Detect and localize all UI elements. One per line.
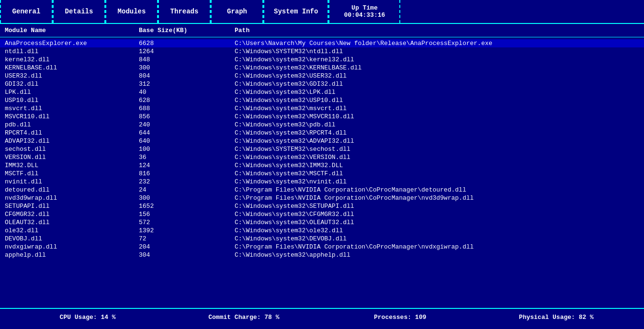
module-path: C:\Windows\system32\pdb.dll xyxy=(235,121,639,128)
uptime-display: Up Time00:04:33:16 xyxy=(328,0,400,23)
module-name: ole32.dll xyxy=(5,227,139,234)
module-path: C:\Windows\system32\LPK.dll xyxy=(235,89,639,96)
module-path: C:\Windows\system32\apphelp.dll xyxy=(235,251,639,259)
module-size: 848 xyxy=(139,56,235,63)
column-headers: Module Name Base Size(KB) Path xyxy=(0,24,644,37)
module-size: 300 xyxy=(139,194,235,202)
table-row[interactable]: VERSION.dll36C:\Windows\system32\VERSION… xyxy=(0,153,644,161)
module-name: USER32.dll xyxy=(5,72,139,79)
table-row[interactable]: pdb.dll240C:\Windows\system32\pdb.dll xyxy=(0,121,644,129)
module-size: 100 xyxy=(139,146,235,153)
module-name: SETUPAPI.dll xyxy=(5,203,139,210)
module-name: nvdxgiwrap.dll xyxy=(5,243,139,250)
module-name: ntdll.dll xyxy=(5,48,139,55)
table-row[interactable]: msvcrt.dll688C:\Windows\system32\msvcrt.… xyxy=(0,104,644,113)
module-size: 300 xyxy=(139,64,235,71)
module-name: pdb.dll xyxy=(5,121,139,128)
table-row[interactable]: ole32.dll1392C:\Windows\system32\ole32.d… xyxy=(0,227,644,235)
module-name: nvd3d9wrap.dll xyxy=(5,194,139,202)
table-row[interactable]: nvdxgiwrap.dll204C:\Program Files\NVIDIA… xyxy=(0,243,644,251)
table-row[interactable]: ADVAPI32.dll640C:\Windows\system32\ADVAP… xyxy=(0,137,644,145)
tab-modules[interactable]: Modules xyxy=(105,0,158,23)
module-name: OLEAUT32.dll xyxy=(5,219,139,226)
module-size: 644 xyxy=(139,129,235,136)
module-size: 6628 xyxy=(139,40,235,47)
module-size: 1264 xyxy=(139,48,235,55)
tab-details[interactable]: Details xyxy=(53,0,105,23)
module-size: 232 xyxy=(139,178,235,185)
uptime-label: Up Time xyxy=(351,4,378,11)
table-row[interactable]: DEVOBJ.dll72C:\Windows\system32\DEVOBJ.d… xyxy=(0,235,644,243)
table-row[interactable]: nvd3d9wrap.dll300C:\Program Files\NVIDIA… xyxy=(0,194,644,202)
module-path: C:\Windows\system32\USER32.dll xyxy=(235,72,639,79)
module-size: 640 xyxy=(139,137,235,145)
module-size: 24 xyxy=(139,186,235,193)
modules-list[interactable]: AnaProcessExplorer.exe6628C:\Users\Navar… xyxy=(0,37,644,308)
table-row[interactable]: LPK.dll40C:\Windows\system32\LPK.dll xyxy=(0,88,644,96)
table-row[interactable]: CFGMGR32.dll156C:\Windows\system32\CFGMG… xyxy=(0,210,644,218)
module-path: C:\Windows\system32\DEVOBJ.dll xyxy=(235,235,639,242)
table-row[interactable]: SETUPAPI.dll1652C:\Windows\system32\SETU… xyxy=(0,202,644,210)
module-name: MSVCR110.dll xyxy=(5,113,139,120)
module-name: RPCRT4.dll xyxy=(5,129,139,136)
module-name: kernel32.dll xyxy=(5,56,139,63)
module-size: 72 xyxy=(139,235,235,242)
col-header-path: Path xyxy=(235,27,639,34)
module-size: 1392 xyxy=(139,227,235,234)
module-path: C:\Windows\system32\GDI32.dll xyxy=(235,80,639,88)
module-path: C:\Windows\system32\ADVAPI32.dll xyxy=(235,137,639,145)
tab-general[interactable]: General xyxy=(0,0,53,23)
table-row[interactable]: GDI32.dll312C:\Windows\system32\GDI32.dl… xyxy=(0,80,644,88)
table-row[interactable]: nvinit.dll232C:\Windows\system32\nvinit.… xyxy=(0,178,644,186)
table-row[interactable]: MSVCR110.dll856C:\Windows\system32\MSVCR… xyxy=(0,113,644,121)
tab-sysinfo[interactable]: System Info xyxy=(263,0,328,23)
module-size: 688 xyxy=(139,105,235,112)
tab-bar: GeneralDetailsModulesThreadsGraphSystem … xyxy=(0,0,644,24)
table-row[interactable]: OLEAUT32.dll572C:\Windows\system32\OLEAU… xyxy=(0,218,644,227)
module-name: GDI32.dll xyxy=(5,80,139,88)
module-name: CFGMGR32.dll xyxy=(5,211,139,218)
table-row[interactable]: AnaProcessExplorer.exe6628C:\Users\Navar… xyxy=(0,39,644,47)
module-name: DEVOBJ.dll xyxy=(5,235,139,242)
module-path: C:\Program Files\NVIDIA Corporation\CoPr… xyxy=(235,194,639,202)
module-size: 240 xyxy=(139,121,235,128)
tab-threads[interactable]: Threads xyxy=(158,0,211,23)
module-path: C:\Windows\system32\IMM32.DLL xyxy=(235,162,639,169)
module-size: 40 xyxy=(139,89,235,96)
module-path: C:\Windows\system32\nvinit.dll xyxy=(235,178,639,185)
table-row[interactable]: sechost.dll100C:\Windows\SYSTEM32\sechos… xyxy=(0,145,644,153)
module-path: C:\Windows\system32\SETUPAPI.dll xyxy=(235,203,639,210)
module-name: MSCTF.dll xyxy=(5,170,139,177)
table-row[interactable]: apphelp.dll304C:\Windows\system32\apphel… xyxy=(0,251,644,259)
table-row[interactable]: kernel32.dll848C:\Windows\system32\kerne… xyxy=(0,56,644,64)
col-header-size: Base Size(KB) xyxy=(139,27,235,34)
col-header-module: Module Name xyxy=(5,27,139,34)
table-row[interactable]: KERNELBASE.dll300C:\Windows\system32\KER… xyxy=(0,64,644,72)
module-path: C:\Program Files\NVIDIA Corporation\CoPr… xyxy=(235,186,639,193)
table-row[interactable]: MSCTF.dll816C:\Windows\system32\MSCTF.dl… xyxy=(0,170,644,178)
module-size: 816 xyxy=(139,170,235,177)
module-path: C:\Users\Navarch\My Courses\New folder\R… xyxy=(235,40,639,47)
tab-graph[interactable]: Graph xyxy=(211,0,263,23)
module-path: C:\Windows\system32\KERNELBASE.dll xyxy=(235,64,639,71)
table-row[interactable]: USP10.dll628C:\Windows\system32\USP10.dl… xyxy=(0,96,644,104)
module-path: C:\Windows\system32\kernel32.dll xyxy=(235,56,639,63)
physical-usage: Physical Usage: 82 % xyxy=(478,314,634,321)
commit-charge: Commit Charge: 78 % xyxy=(166,314,322,321)
module-size: 304 xyxy=(139,251,235,259)
module-size: 312 xyxy=(139,80,235,88)
module-path: C:\Windows\system32\ole32.dll xyxy=(235,227,639,234)
table-row[interactable]: detoured.dll24C:\Program Files\NVIDIA Co… xyxy=(0,186,644,194)
module-name: IMM32.DLL xyxy=(5,162,139,169)
module-size: 36 xyxy=(139,154,235,161)
status-bar: CPU Usage: 14 % Commit Charge: 78 % Proc… xyxy=(0,308,644,325)
module-size: 804 xyxy=(139,72,235,79)
module-path: C:\Windows\system32\VERSION.dll xyxy=(235,154,639,161)
table-row[interactable]: RPCRT4.dll644C:\Windows\system32\RPCRT4.… xyxy=(0,129,644,137)
table-row[interactable]: IMM32.DLL124C:\Windows\system32\IMM32.DL… xyxy=(0,161,644,170)
table-row[interactable]: ntdll.dll1264C:\Windows\SYSTEM32\ntdll.d… xyxy=(0,47,644,56)
module-path: C:\Windows\system32\USP10.dll xyxy=(235,97,639,104)
module-path: C:\Windows\system32\msvcrt.dll xyxy=(235,105,639,112)
table-row[interactable]: USER32.dll804C:\Windows\system32\USER32.… xyxy=(0,72,644,80)
module-name: sechost.dll xyxy=(5,146,139,153)
